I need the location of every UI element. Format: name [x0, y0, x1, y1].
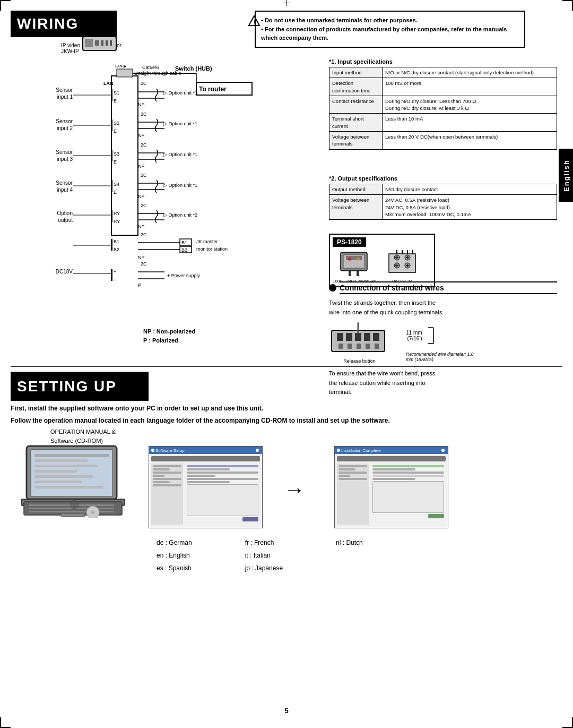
screen-close-dot [256, 449, 259, 452]
svg-point-153 [70, 500, 79, 509]
setting-up-para2: Follow the operation manual located in e… [11, 416, 541, 426]
main-line [187, 472, 258, 474]
spec-col1: Input method [329, 67, 383, 78]
sidebar-line [153, 465, 181, 467]
input-spec-table: Input method N/O or N/C dry closure cont… [329, 67, 557, 150]
svg-rect-73 [180, 246, 192, 253]
mm-label: 11 mm (7/16') [406, 330, 422, 341]
setting-up-title: SETTING UP [17, 378, 117, 395]
svg-text:2C: 2C [141, 232, 147, 237]
wiring-header: WIRING [11, 11, 117, 37]
warning-line2: • For the connection of products manufac… [261, 25, 519, 42]
lang-nl: nl : Dutch [336, 536, 363, 549]
measurements-area: 11 mm (7/16') Recommended wire diameter:… [406, 322, 480, 362]
ps1820-box: PS-1820 100V - 240V- 50/60 Hz [329, 234, 435, 287]
svg-text:DC18V: DC18V [56, 269, 73, 275]
screen-title-text2: Installation Complete [341, 448, 441, 453]
screen-sidebar [151, 464, 183, 525]
svg-rect-5 [101, 40, 103, 46]
terminal-block-icon [386, 250, 418, 279]
output-spec-table: Output method N/O dry closure contact Vo… [329, 184, 557, 220]
svg-text:LAN  ▶: LAN ▶ [115, 64, 127, 68]
screen-title-text: Software Setup [155, 448, 256, 453]
release-button-label: Release button [329, 358, 390, 364]
spec-col2: Less than 20 V DC(when open between term… [383, 132, 557, 150]
sidebar-line2 [338, 465, 367, 467]
svg-rect-88 [111, 210, 112, 222]
screenshot-content-1 [149, 454, 262, 528]
screen-main-area2 [371, 464, 446, 525]
svg-text:E: E [114, 159, 117, 165]
svg-text:2C: 2C [141, 112, 147, 117]
p-label: P : Polarized [143, 336, 195, 346]
svg-text:E: E [114, 129, 117, 134]
corner-tr [562, 0, 573, 11]
laptop-svg [21, 443, 127, 518]
table-row: Terminal short current Less than 10 mA [329, 114, 557, 132]
crosshair-top-v [286, 0, 287, 6]
setting-up-text: First, install the supplied software ont… [11, 404, 541, 428]
svg-rect-105 [389, 254, 415, 272]
svg-rect-128 [338, 344, 343, 349]
svg-text:2C: 2C [141, 203, 147, 208]
corner-bl [0, 717, 11, 728]
svg-text:LAN: LAN [103, 81, 114, 86]
stranded-text: Twist the strands together, then insert … [329, 298, 557, 317]
svg-text:To router: To router [199, 85, 227, 93]
svg-rect-102 [357, 271, 359, 276]
svg-rect-3 [85, 39, 93, 47]
svg-rect-127 [373, 333, 379, 341]
svg-rect-140 [34, 454, 109, 457]
setup-button [242, 517, 258, 521]
main-line [187, 481, 230, 483]
table-row: Contact resistance During N/O dry closur… [329, 96, 557, 114]
svg-text:▷ Option unit *1: ▷ Option unit *1 [163, 90, 197, 96]
svg-text:2C: 2C [141, 81, 147, 86]
output-spec-section: *2. Output specifications Output method … [329, 175, 557, 220]
lang-de: de : German [157, 536, 192, 549]
spec-col2: 100 mS or more [383, 78, 557, 96]
svg-text:S4: S4 [114, 182, 119, 187]
svg-text:input 3: input 3 [57, 156, 73, 162]
svg-rect-31 [196, 82, 252, 95]
table-row: Detection confirmation time 100 mS or mo… [329, 78, 557, 96]
screen-main-area [185, 464, 260, 525]
svg-rect-24 [117, 69, 133, 77]
svg-text:B1: B1 [114, 239, 119, 244]
lang-fr: fr : French [245, 536, 283, 549]
svg-text:S1: S1 [114, 90, 119, 96]
spec-col1: Contact resistance [329, 96, 383, 114]
lang-jp: jp : Japanese [245, 562, 283, 575]
screenshot-content-2 [335, 454, 448, 528]
svg-rect-6 [106, 40, 108, 46]
svg-rect-145 [34, 481, 82, 483]
main-content-box2 [372, 481, 444, 513]
lang-col-2: fr : French it : Italian jp : Japanese [245, 536, 283, 575]
laptop-icon [21, 443, 127, 512]
setting-up-header: SETTING UP [11, 372, 149, 401]
svg-text:+: + [114, 269, 116, 275]
main-line2 [372, 475, 444, 477]
svg-text:▷ Option unit *2: ▷ Option unit *2 [163, 212, 197, 218]
svg-point-103 [348, 258, 351, 261]
section-divider [11, 366, 562, 367]
svg-rect-85 [111, 119, 112, 131]
svg-text:output: output [58, 217, 73, 223]
svg-rect-142 [34, 465, 98, 467]
svg-rect-87 [111, 180, 112, 192]
mm-measurement: 11 mm (7/16') [406, 325, 436, 346]
stranded-header: Connection of stranded wires [329, 281, 557, 294]
svg-text:NP: NP [138, 224, 145, 229]
svg-rect-90 [111, 269, 112, 281]
main-line2 [372, 468, 415, 470]
bullet-icon [329, 284, 336, 292]
spec-col1: Voltage between terminals [329, 195, 383, 220]
spec-col1: Output method [329, 184, 383, 195]
sidebar-line2 [338, 468, 355, 470]
svg-text:S2: S2 [114, 121, 119, 126]
output-spec-title: *2. Output specifications [329, 175, 557, 182]
spec-col1: Terminal short current [329, 114, 383, 132]
svg-point-155 [91, 511, 94, 514]
svg-rect-7 [110, 40, 112, 46]
spec-col2: N/O or N/C dry closure contact (start si… [383, 67, 557, 78]
